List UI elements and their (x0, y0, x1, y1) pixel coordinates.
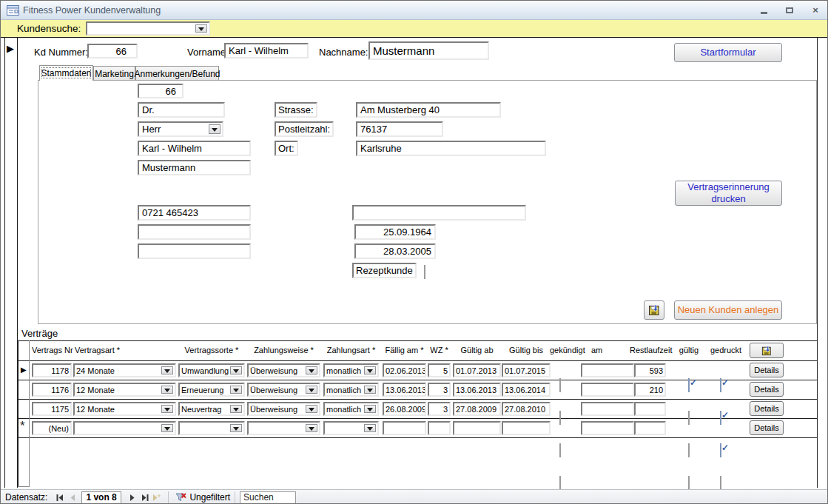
close-button[interactable]: × (804, 4, 827, 16)
neuen-kunden-anlegen-button[interactable]: Neuen Kunden anlegen (674, 300, 782, 320)
dropdown-arrow-icon[interactable] (161, 386, 173, 394)
mobiles-telefon-field[interactable] (138, 243, 251, 259)
dropdown-arrow-icon[interactable] (364, 366, 376, 374)
row-4-zahlungsweise-combobox[interactable] (247, 421, 320, 435)
row-3-gueltig-checkbox[interactable] (688, 443, 690, 457)
row-1-details-button[interactable]: Details (750, 363, 784, 377)
row-3-vertragsart-combobox[interactable]: 12 Monate (73, 402, 176, 416)
row-2-wz[interactable]: 3 (428, 383, 451, 397)
row-3-gedruckt-checkbox[interactable] (720, 443, 721, 457)
row-4-gekuendigt-checkbox[interactable] (559, 476, 561, 490)
dropdown-arrow-icon[interactable] (364, 405, 376, 413)
row-3-gueltig-ab[interactable]: 27.08.2009 (453, 402, 501, 416)
row-2-gueltig-ab[interactable]: 13.06.2013 (453, 383, 501, 397)
row-1-wz[interactable]: 5 (428, 363, 451, 377)
maximize-button[interactable] (778, 4, 801, 16)
row-3-zahlungsart-combobox[interactable]: monatlich (323, 402, 379, 416)
tab-marketing[interactable]: Marketing (93, 66, 135, 81)
postleitzahl-field[interactable]: 76137 (356, 121, 443, 137)
dropdown-arrow-icon[interactable] (230, 424, 242, 432)
row-3-vertrags-nr[interactable]: 1175 (32, 402, 72, 416)
row-4-wz[interactable] (428, 421, 451, 435)
strasse-field[interactable]: Am Musterberg 40 (356, 102, 501, 118)
header-vorname-field[interactable]: Karl - Wilhelm (224, 43, 309, 58)
row-3-zahlungsweise-combobox[interactable]: Überweisung (247, 402, 320, 416)
record-position-box[interactable]: 1 von 8 (81, 491, 121, 504)
dropdown-arrow-icon[interactable] (161, 405, 173, 413)
row-4-gueltig-ab[interactable] (453, 421, 501, 435)
filter-status-label[interactable]: Ungefiltert (189, 492, 230, 503)
row-1-faellig-am[interactable]: 02.06.2013 (383, 363, 426, 377)
subform-save-button[interactable] (750, 343, 784, 358)
email-field[interactable] (352, 205, 526, 221)
row-3-gueltig-bis[interactable]: 27.08.2010 (502, 402, 551, 416)
row-1-record-selector[interactable]: ▶ (21, 366, 27, 374)
dropdown-arrow-icon[interactable] (364, 424, 376, 432)
first-record-button[interactable] (53, 492, 66, 503)
row-4-vertrags-nr[interactable]: (Neu) (32, 421, 72, 435)
row-1-zahlungsweise-combobox[interactable]: Überweisung (247, 363, 320, 377)
row-1-gekuendigt-checkbox[interactable] (559, 378, 561, 392)
row-4-vertragsart-combobox[interactable] (73, 421, 176, 435)
row-2-gueltig-checkbox[interactable] (688, 411, 690, 425)
row-1-zahlungsart-combobox[interactable]: monatlich (323, 363, 379, 377)
tab-anmerkungen-befund[interactable]: Anmerkungen/Befund (135, 66, 219, 81)
row-1-vertragsart-combobox[interactable]: 24 Monate (73, 363, 176, 377)
dropdown-arrow-icon[interactable] (230, 386, 242, 394)
row-1-vertrags-nr[interactable]: 1178 (32, 363, 72, 377)
row-2-vertragsart-combobox[interactable]: 12 Monate (73, 383, 176, 397)
row-1-vertragssorte-combobox[interactable]: Umwandlung (178, 363, 245, 377)
row-4-zahlungsart-combobox[interactable] (323, 421, 379, 435)
row-4-gedruckt-checkbox[interactable] (720, 476, 721, 490)
anrede-dropdown-arrow-icon[interactable] (209, 124, 221, 134)
dropdown-arrow-icon[interactable] (230, 405, 242, 413)
row-2-restlaufzeit[interactable]: 210 (634, 383, 666, 397)
row-4-gueltig-checkbox[interactable] (688, 476, 690, 490)
filter-indicator[interactable] (173, 492, 188, 503)
dropdown-arrow-icon[interactable] (306, 386, 317, 394)
row-4-details-button[interactable]: Details (750, 420, 784, 435)
row-1-gedruckt-checkbox[interactable] (720, 378, 721, 392)
row-2-gueltig-bis[interactable]: 13.06.2014 (502, 383, 551, 397)
row-2-gedruckt-checkbox[interactable] (720, 411, 721, 425)
titel-field[interactable]: Dr. (138, 102, 225, 118)
ort-field[interactable]: Karlsruhe (356, 141, 546, 156)
row-2-zahlungsart-combobox[interactable]: monatlich (323, 383, 379, 397)
dropdown-arrow-icon[interactable] (161, 424, 173, 432)
row-1-gueltig-ab[interactable]: 01.07.2013 (453, 363, 501, 377)
row-4-vertragssorte-combobox[interactable] (178, 421, 245, 435)
startformular-button[interactable]: Startformular (674, 43, 782, 62)
row-3-wz[interactable]: 3 (428, 402, 451, 416)
row-4-am[interactable] (581, 421, 634, 435)
row-3-restlaufzeit[interactable] (634, 402, 666, 416)
row-4-new-record-marker[interactable]: * (20, 423, 25, 430)
row-3-gekuendigt-checkbox[interactable] (559, 443, 561, 457)
row-3-faellig-am[interactable]: 26.08.2009 (383, 402, 426, 416)
row-2-gekuendigt-checkbox[interactable] (559, 411, 561, 425)
row-2-zahlungsweise-combobox[interactable]: Überweisung (247, 383, 320, 397)
row-3-details-button[interactable]: Details (750, 401, 784, 416)
telefon-beruflich-field[interactable] (138, 224, 251, 240)
analysetermin-field[interactable]: 28.03.2005 (354, 243, 436, 259)
row-2-vertrags-nr[interactable]: 1176 (32, 383, 72, 397)
row-3-vertragssorte-combobox[interactable]: Neuvertrag (178, 402, 245, 416)
telefon-privat-field[interactable]: 0721 465423 (138, 205, 251, 221)
kundensuche-combobox[interactable] (86, 21, 210, 36)
row-1-restlaufzeit[interactable]: 593 (634, 363, 666, 377)
kd-nummer-field[interactable]: 66 (138, 84, 184, 98)
minimize-button[interactable] (753, 4, 775, 16)
row-1-am[interactable] (581, 363, 634, 377)
last-record-button[interactable] (138, 492, 151, 503)
record-selector-arrow[interactable]: ▶ (7, 41, 14, 55)
dropdown-arrow-icon[interactable] (364, 386, 376, 394)
row-2-vertragssorte-combobox[interactable]: Erneuerung (178, 383, 245, 397)
row-3-am[interactable] (581, 402, 634, 416)
dropdown-arrow-icon[interactable] (306, 405, 317, 413)
dropdown-arrow-icon[interactable] (230, 366, 242, 374)
rezeptkunde-checkbox[interactable] (424, 265, 425, 279)
row-4-gueltig-bis[interactable] (502, 421, 551, 435)
row-4-restlaufzeit[interactable] (634, 421, 666, 435)
vorname-field[interactable]: Karl - Wilhelm (138, 141, 251, 156)
header-nachname-field[interactable]: Mustermann (368, 41, 489, 60)
row-2-details-button[interactable]: Details (750, 382, 784, 397)
